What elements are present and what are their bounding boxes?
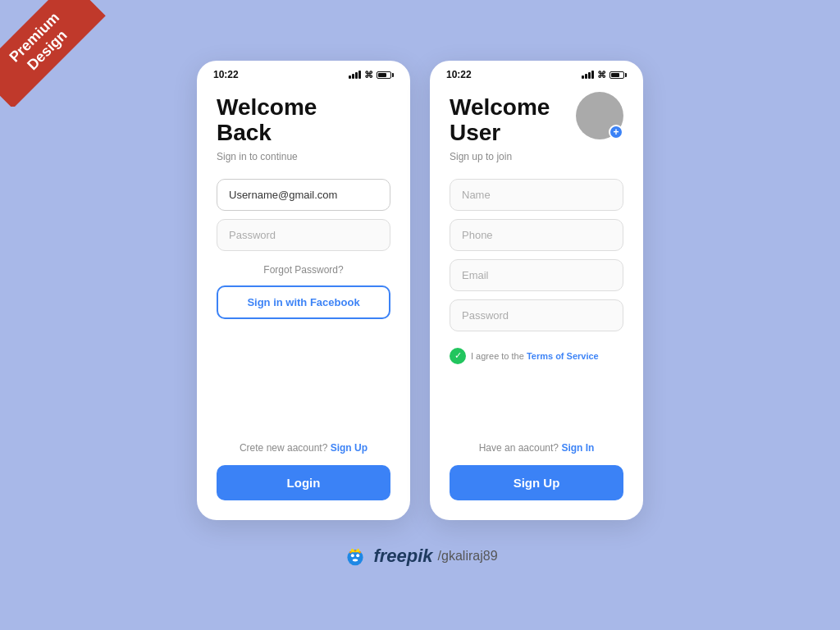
signup-card: 10:22 ⌘ WelcomeUser (430, 61, 643, 520)
svg-point-7 (359, 551, 361, 553)
login-content: WelcomeBack Sign in to continue Forgot P… (197, 85, 410, 465)
avatar-wrapper[interactable]: + (576, 92, 623, 139)
avatar-section: WelcomeUser Sign up to join + (450, 95, 623, 179)
phones-container: 10:22 ⌘ WelcomeBack Sign in to contin (197, 61, 643, 520)
email-input[interactable] (450, 259, 623, 291)
freepik-footer: freepik /gkaliraj89 (342, 543, 497, 569)
freepik-username: /gkaliraj89 (438, 549, 498, 564)
signup-title: WelcomeUser Sign up to join (450, 95, 550, 179)
name-input[interactable] (450, 179, 623, 211)
terms-text: I agree to the Terms of Service (471, 351, 599, 361)
battery-icon (377, 71, 394, 79)
svg-point-6 (350, 551, 352, 553)
freepik-logo-icon (342, 543, 368, 569)
signup-button[interactable]: Sign Up (450, 465, 623, 500)
have-account-text: Have an aacount? Sign In (450, 442, 623, 454)
terms-check-icon[interactable]: ✓ (450, 348, 466, 364)
login-time: 10:22 (213, 69, 239, 80)
signup-password-input[interactable] (450, 299, 623, 331)
login-card: 10:22 ⌘ WelcomeBack Sign in to contin (197, 61, 410, 520)
signup-link[interactable]: Sign Up (331, 442, 368, 454)
add-photo-icon[interactable]: + (609, 125, 623, 139)
premium-banner: PremiumDesign (0, 0, 107, 107)
svg-point-1 (351, 554, 354, 557)
signup-subtitle: Sign up to join (450, 151, 550, 162)
login-title: WelcomeBack (217, 95, 390, 146)
wifi-icon: ⌘ (364, 70, 373, 80)
wifi-icon-2: ⌘ (597, 70, 606, 80)
svg-point-3 (353, 559, 358, 561)
signal-icon (349, 71, 361, 79)
freepik-brand: freepik (373, 546, 432, 567)
create-account-text: Crete new aacount? Sign Up (217, 442, 390, 454)
username-input[interactable] (217, 179, 390, 211)
terms-link[interactable]: Terms of Service (527, 351, 599, 361)
signin-link[interactable]: Sign In (561, 442, 594, 454)
signup-status-bar: 10:22 ⌘ (430, 61, 643, 85)
login-status-bar: 10:22 ⌘ (197, 61, 410, 85)
signup-time: 10:22 (446, 69, 472, 80)
signup-content: WelcomeUser Sign up to join + ✓ I agree … (430, 85, 643, 465)
phone-input[interactable] (450, 219, 623, 251)
signal-icon-2 (582, 71, 594, 79)
login-subtitle: Sign in to continue (217, 151, 390, 162)
login-status-icons: ⌘ (349, 70, 394, 80)
signup-status-icons: ⌘ (582, 70, 627, 80)
battery-icon-2 (609, 71, 627, 79)
password-input[interactable] (217, 219, 390, 251)
login-button[interactable]: Login (217, 465, 390, 500)
svg-point-2 (357, 554, 360, 557)
terms-row: ✓ I agree to the Terms of Service (450, 348, 623, 364)
forgot-password-link[interactable]: Forgot Password? (217, 264, 390, 276)
premium-banner-text: PremiumDesign (0, 0, 106, 107)
svg-point-5 (354, 550, 356, 551)
facebook-signin-button[interactable]: Sign in with Facebook (217, 285, 390, 319)
